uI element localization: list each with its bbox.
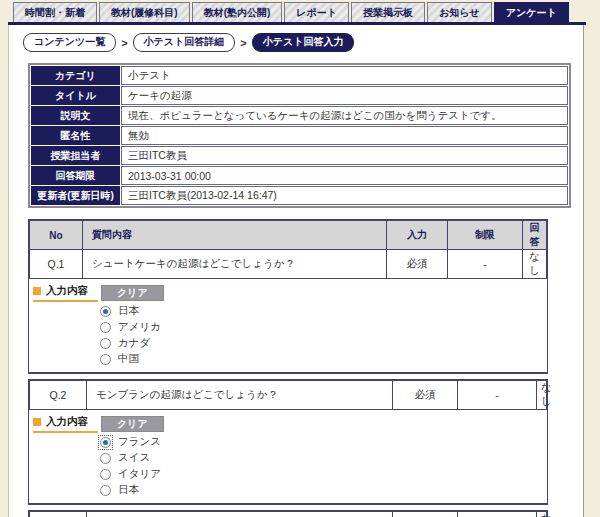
radio-button[interactable] bbox=[99, 468, 112, 481]
tab-2[interactable]: 教材(履修科目) bbox=[99, 2, 190, 22]
radio-icon[interactable] bbox=[100, 485, 111, 496]
radio-option[interactable]: イタリア bbox=[99, 468, 547, 480]
radio-icon[interactable] bbox=[100, 338, 111, 349]
question-header-row: No質問内容入力制限回答 bbox=[30, 221, 547, 250]
question-block: Q.3チーズケーキの起源はどこでしょうか？必須-なし入力内容クリアギリシャ bbox=[28, 510, 548, 517]
radio-icon[interactable] bbox=[100, 354, 111, 365]
info-row-value: 現在、ポピュラーとなっているケーキの起源はどこの国かを問うテストです。 bbox=[121, 106, 568, 125]
question-block: Q.2モンブランの起源はどこでしょうか？必須-なし入力内容クリアフランススイスイ… bbox=[28, 379, 548, 505]
clear-button[interactable]: クリア bbox=[101, 285, 164, 301]
info-row-label: 更新者(更新日時) bbox=[31, 186, 120, 205]
radio-button[interactable] bbox=[99, 484, 112, 497]
info-row-label: 授業担当者 bbox=[31, 146, 120, 165]
input-content-label: 入力内容 bbox=[46, 284, 88, 298]
radio-option[interactable]: 中国 bbox=[99, 353, 547, 365]
tab-6[interactable]: お知らせ bbox=[427, 2, 492, 22]
radio-option[interactable]: 日本 bbox=[99, 305, 547, 317]
radio-selected-icon[interactable] bbox=[100, 306, 111, 317]
question-number: Q.2 bbox=[30, 381, 87, 410]
radio-selected-icon[interactable] bbox=[100, 437, 111, 448]
answer-area: 入力内容クリア日本アメリカカナダ中国 bbox=[29, 279, 547, 372]
radio-option-label[interactable]: 日本 bbox=[118, 304, 139, 318]
radio-icon[interactable] bbox=[100, 469, 111, 480]
tab-7-active[interactable]: アンケート bbox=[494, 2, 569, 22]
info-row-value: 小テスト bbox=[121, 66, 568, 85]
info-row-value: 三田ITC教員(2013-02-14 16:47) bbox=[121, 186, 568, 205]
question-input-flag: 必須 bbox=[393, 512, 458, 517]
info-row-label: カテゴリ bbox=[31, 66, 120, 85]
question-input-flag: 必須 bbox=[393, 381, 458, 410]
info-row: 説明文現在、ポピュラーとなっているケーキの起源はどこの国かを問うテストです。 bbox=[31, 106, 568, 125]
info-row-value: 三田ITC教員 bbox=[121, 146, 568, 165]
radio-icon[interactable] bbox=[100, 453, 111, 464]
tab-5[interactable]: 授業掲示板 bbox=[351, 2, 425, 22]
question-answer-status: なし bbox=[523, 250, 547, 279]
radio-button[interactable] bbox=[99, 353, 112, 366]
radio-option[interactable]: カナダ bbox=[99, 337, 547, 349]
input-content-label-group: 入力内容 bbox=[33, 284, 98, 302]
info-row: 授業担当者三田ITC教員 bbox=[31, 146, 568, 165]
col-header-content: 質問内容 bbox=[83, 221, 387, 250]
breadcrumb-item[interactable]: 小テスト回答詳細 bbox=[133, 33, 236, 52]
radio-option-label[interactable]: 中国 bbox=[118, 352, 139, 366]
info-row-value: 無効 bbox=[121, 126, 568, 145]
input-content-label: 入力内容 bbox=[46, 415, 88, 429]
radio-option[interactable]: アメリカ bbox=[99, 321, 547, 333]
info-row: 更新者(更新日時)三田ITC教員(2013-02-14 16:47) bbox=[31, 186, 568, 205]
question-table: Q.3チーズケーキの起源はどこでしょうか？必須-なし bbox=[29, 511, 547, 517]
question-limit: - bbox=[458, 381, 537, 410]
radio-option-label[interactable]: フランス bbox=[118, 435, 161, 449]
radio-button[interactable] bbox=[99, 436, 112, 449]
breadcrumb: コンテンツ一覧>小テスト回答詳細>小テスト回答入力 bbox=[23, 34, 583, 51]
radio-button[interactable] bbox=[99, 305, 112, 318]
question-row: Q.2モンブランの起源はどこでしょうか？必須-なし bbox=[30, 381, 547, 410]
radio-option-label[interactable]: スイス bbox=[118, 451, 150, 465]
question-input-flag: 必須 bbox=[387, 250, 448, 279]
radio-button[interactable] bbox=[99, 452, 112, 465]
breadcrumb-item[interactable]: 小テスト回答入力 bbox=[252, 33, 355, 52]
col-header-no: No bbox=[30, 221, 83, 250]
radio-option[interactable]: 日本 bbox=[99, 484, 547, 496]
info-row: タイトルケーキの起源 bbox=[31, 86, 568, 105]
tab-4[interactable]: レポート bbox=[284, 2, 349, 22]
question-text: シュートケーキの起源はどこでしょうか？ bbox=[83, 250, 387, 279]
question-text: モンブランの起源はどこでしょうか？ bbox=[87, 381, 393, 410]
input-content-row: 入力内容クリア bbox=[33, 284, 547, 301]
info-row: 匿名性無効 bbox=[31, 126, 568, 145]
radio-button[interactable] bbox=[99, 337, 112, 350]
tab-3[interactable]: 教材(塾内公開) bbox=[192, 2, 283, 22]
question-row: Q.1シュートケーキの起源はどこでしょうか？必須-なし bbox=[30, 250, 547, 279]
answer-area: 入力内容クリアフランススイスイタリア日本 bbox=[29, 410, 547, 503]
info-row-value: 2013-03-31 00:00 bbox=[121, 166, 568, 185]
question-answer-status: なし bbox=[537, 381, 547, 410]
info-row: 回答期限2013-03-31 00:00 bbox=[31, 166, 568, 185]
info-row: カテゴリ小テスト bbox=[31, 66, 568, 85]
content-area: コンテンツ一覧>小テスト回答詳細>小テスト回答入力 カテゴリ小テストタイトルケー… bbox=[8, 25, 584, 517]
question-text: チーズケーキの起源はどこでしょうか？ bbox=[87, 512, 393, 517]
input-content-row: 入力内容クリア bbox=[33, 415, 547, 432]
col-header-limit: 制限 bbox=[448, 221, 523, 250]
info-row-label: 匿名性 bbox=[31, 126, 120, 145]
input-content-label-group: 入力内容 bbox=[33, 415, 98, 433]
radio-option[interactable]: フランス bbox=[99, 436, 547, 448]
clear-button[interactable]: クリア bbox=[101, 416, 164, 432]
quiz-info-table: カテゴリ小テストタイトルケーキの起源説明文現在、ポピュラーとなっているケーキの起… bbox=[28, 63, 571, 208]
radio-option-label[interactable]: カナダ bbox=[118, 336, 150, 350]
radio-option[interactable]: スイス bbox=[99, 452, 547, 464]
col-header-answer: 回答 bbox=[523, 221, 547, 250]
orange-square-icon bbox=[33, 287, 41, 295]
tab-1[interactable]: 時間割・新着 bbox=[13, 2, 97, 22]
question-table: Q.2モンブランの起源はどこでしょうか？必須-なし bbox=[29, 380, 547, 410]
breadcrumb-item[interactable]: コンテンツ一覧 bbox=[23, 33, 116, 52]
questions-area: No質問内容入力制限回答Q.1シュートケーキの起源はどこでしょうか？必須-なし入… bbox=[9, 219, 583, 517]
col-header-input: 入力 bbox=[387, 221, 448, 250]
radio-icon[interactable] bbox=[100, 322, 111, 333]
question-answer-status: なし bbox=[537, 512, 547, 517]
info-row-label: タイトル bbox=[31, 86, 120, 105]
radio-option-label[interactable]: アメリカ bbox=[118, 320, 161, 334]
tab-bar: 時間割・新着教材(履修科目)教材(塾内公開)レポート授業掲示板お知らせアンケート bbox=[13, 2, 569, 22]
radio-option-label[interactable]: イタリア bbox=[118, 467, 161, 481]
radio-button[interactable] bbox=[99, 321, 112, 334]
radio-option-label[interactable]: 日本 bbox=[118, 483, 139, 497]
question-limit: - bbox=[458, 512, 537, 517]
